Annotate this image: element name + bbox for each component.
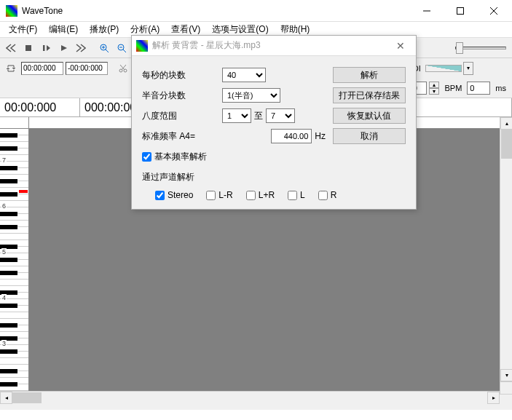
dialog-close-button[interactable]: ✕ [390, 37, 411, 55]
rewind-button[interactable] [3, 40, 19, 56]
midi-bar[interactable] [425, 65, 462, 72]
play-button[interactable] [55, 40, 71, 56]
note-marker [19, 190, 28, 193]
scrollbar-vertical[interactable]: ▴ ▾ [500, 117, 512, 394]
svg-rect-4 [25, 45, 31, 51]
piano-roll[interactable]: 7 6 5 4 3 // piano keys pattern (functio… [0, 117, 29, 391]
stop-button[interactable] [20, 40, 36, 56]
dialog-titlebar[interactable]: 解析 黄霄雲 - 星辰大海.mp3 ✕ [132, 36, 416, 56]
forward-button[interactable] [73, 40, 89, 56]
svg-line-7 [106, 49, 109, 52]
octave-4: 4 [1, 294, 7, 301]
bpm-text: BPM [441, 84, 465, 92]
maximize-button[interactable] [444, 0, 477, 22]
canvas-area[interactable]: 解析 黄霄雲 - 星辰大海.mp3 ✕ 每秒的块数 40 解析 半音分块数 1(… [29, 117, 500, 391]
stdfreq-input[interactable] [271, 129, 312, 143]
hz-label: Hz [315, 131, 326, 141]
blocks-label: 每秒的块数 [142, 69, 222, 82]
offset-field[interactable] [467, 82, 490, 95]
position-1: 00:00:000 [0, 98, 80, 116]
analysis-dialog: 解析 黄霄雲 - 星辰大海.mp3 ✕ 每秒的块数 40 解析 半音分块数 1(… [131, 35, 417, 210]
analyze-button[interactable]: 解析 [333, 67, 406, 83]
dialog-title-text: 解析 黄霄雲 - 星辰大海.mp3 [152, 39, 390, 52]
scroll-h-thumb[interactable] [12, 392, 42, 403]
scroll-right-button[interactable]: ▸ [487, 392, 500, 404]
stdfreq-label: 标准频率 A4= [142, 130, 222, 143]
cut-button[interactable] [115, 60, 131, 76]
time-start-field[interactable]: 00:00:000 [21, 62, 63, 75]
ms-text: ms [492, 84, 509, 92]
svg-rect-5 [43, 45, 45, 51]
window-title: WaveTone [22, 6, 410, 16]
semitone-label: 半音分块数 [142, 90, 222, 102]
svg-rect-1 [457, 7, 464, 14]
open-saved-button[interactable]: 打开已保存结果 [333, 87, 406, 103]
menu-play[interactable]: 播放(P) [84, 22, 125, 37]
minimize-button[interactable] [410, 0, 444, 22]
zoom-out-h-button[interactable] [114, 40, 130, 56]
menu-file[interactable]: 文件(F) [3, 22, 43, 37]
stereo-check[interactable]: Stereo [155, 190, 193, 200]
semitone-select[interactable]: 1(半音) [222, 88, 280, 103]
fundamental-checkbox[interactable] [142, 152, 151, 162]
bpm-down[interactable]: ▾ [429, 88, 439, 95]
lminusr-check[interactable]: L-R [206, 190, 232, 200]
octave-6: 6 [1, 202, 7, 210]
blocks-select[interactable]: 40 [222, 68, 266, 82]
pause-button[interactable] [38, 40, 54, 56]
octave-to-label: 至 [254, 110, 263, 122]
close-button[interactable] [477, 0, 511, 22]
scroll-down-button[interactable]: ▾ [500, 369, 512, 381]
octave-3: 3 [1, 340, 7, 347]
lplusr-check[interactable]: L+R [246, 190, 275, 200]
scrollbar-horizontal[interactable]: ◂ ▸ [0, 391, 500, 403]
dialog-icon [136, 40, 148, 52]
zoom-in-h-button[interactable] [96, 40, 112, 56]
fundamental-check[interactable]: 基本频率解析 [142, 151, 207, 163]
octave-label: 八度范围 [142, 110, 222, 122]
titlebar: WaveTone [0, 0, 512, 22]
loop-button[interactable] [3, 60, 19, 76]
scroll-up-button[interactable]: ▴ [500, 117, 512, 130]
svg-line-11 [123, 49, 126, 52]
octave-to-select[interactable]: 7 [266, 108, 295, 123]
time-end-field[interactable]: -00:00:000 [66, 62, 108, 75]
r-check[interactable]: R [318, 190, 337, 200]
cancel-button[interactable]: 取消 [333, 128, 406, 144]
octave-from-select[interactable]: 1 [222, 108, 251, 123]
app-icon [6, 5, 17, 17]
channel-label: 通过声道解析 [142, 171, 194, 183]
octave-5: 5 [1, 248, 7, 255]
bpm-up[interactable]: ▴ [429, 82, 439, 88]
scroll-left-button[interactable]: ◂ [0, 392, 12, 404]
midi-down[interactable]: ▾ [463, 62, 473, 75]
menu-edit[interactable]: 编辑(E) [43, 22, 84, 37]
position-slider[interactable] [455, 47, 506, 49]
defaults-button[interactable]: 恢复默认值 [333, 108, 406, 124]
scroll-v-thumb[interactable] [501, 130, 512, 159]
octave-7: 7 [1, 156, 7, 164]
l-check[interactable]: L [288, 190, 305, 200]
